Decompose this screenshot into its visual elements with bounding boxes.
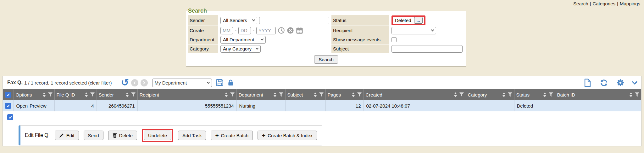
status-value: Deleted bbox=[395, 18, 411, 23]
previous-page-icon[interactable] bbox=[131, 79, 138, 86]
sort-icon bbox=[85, 92, 88, 97]
grid-toolbar: Fax Q, 1 / 1 record, 1 record selected (… bbox=[3, 76, 641, 89]
select-all-checkbox[interactable] bbox=[5, 92, 11, 98]
grid-title: Fax Q, bbox=[7, 80, 23, 85]
category-select[interactable]: Any Category bbox=[220, 45, 261, 53]
recipient-select[interactable] bbox=[391, 27, 436, 34]
undelete-button[interactable]: Undelete bbox=[144, 131, 171, 140]
edit-button[interactable]: Edit bbox=[55, 131, 79, 140]
cell-status: Deleted bbox=[514, 100, 555, 111]
create-day-input[interactable] bbox=[238, 27, 251, 34]
chevron-down-icon bbox=[256, 47, 259, 50]
plus-icon: + bbox=[215, 132, 219, 138]
sort-icon bbox=[225, 92, 228, 97]
cell-options: OpenPreview bbox=[14, 100, 54, 111]
cell-file-q-id: 4 bbox=[54, 100, 97, 111]
subject-label: Subject bbox=[331, 44, 389, 53]
chevron-down-icon bbox=[431, 28, 434, 32]
department-select[interactable]: All Department bbox=[220, 36, 266, 44]
pencil-icon bbox=[59, 133, 64, 138]
nav-separator: | bbox=[590, 1, 591, 6]
column-header-department[interactable]: Department bbox=[236, 89, 285, 100]
nav-link-mappings[interactable]: Mappings bbox=[620, 1, 640, 6]
next-page-icon[interactable] bbox=[141, 79, 148, 86]
nav-link-search[interactable]: Search bbox=[573, 1, 588, 6]
undo-icon[interactable]: ↺ bbox=[121, 79, 129, 87]
clear-filter-link[interactable]: clear filter bbox=[90, 80, 110, 85]
sort-icon bbox=[629, 92, 633, 97]
filter-icon bbox=[48, 92, 53, 97]
new-document-icon[interactable] bbox=[584, 79, 591, 87]
send-button[interactable]: Send bbox=[84, 131, 103, 140]
sender-input[interactable] bbox=[259, 17, 329, 24]
edit-file-q-panel: Edit File Q Edit Send Delete Undelete Ad… bbox=[19, 125, 322, 145]
status-browse-button[interactable]: ... bbox=[414, 17, 423, 24]
nav-link-categories[interactable]: Categories bbox=[593, 1, 616, 6]
create-month-input[interactable] bbox=[220, 27, 233, 34]
lock-icon[interactable] bbox=[227, 79, 234, 86]
column-header-options[interactable]: Options bbox=[14, 89, 54, 100]
table-row[interactable]: OpenPreview 4 2604596271 55555551234 Nur… bbox=[3, 100, 641, 111]
preview-link[interactable]: Preview bbox=[30, 103, 46, 109]
sort-icon bbox=[42, 92, 46, 97]
search-panel-legend: Search bbox=[188, 8, 209, 14]
search-button[interactable]: Search bbox=[314, 55, 338, 64]
chevron-down-icon bbox=[261, 38, 264, 41]
clear-date-icon[interactable] bbox=[287, 27, 294, 34]
refresh-icon[interactable] bbox=[600, 79, 608, 87]
column-header-recipient[interactable]: Recipient bbox=[137, 89, 236, 100]
cell-recipient: 55555551234 bbox=[137, 100, 236, 111]
column-header-status[interactable]: Status bbox=[514, 89, 555, 100]
row-checkbox[interactable] bbox=[5, 103, 11, 109]
sort-icon bbox=[454, 92, 457, 97]
clock-icon[interactable] bbox=[278, 27, 285, 34]
footer-select-checkbox[interactable] bbox=[7, 114, 13, 120]
sort-icon bbox=[273, 92, 277, 97]
column-header-batch-id[interactable]: Batch ID bbox=[555, 89, 641, 100]
open-link[interactable]: Open bbox=[16, 103, 28, 109]
calendar-icon[interactable] bbox=[296, 27, 303, 34]
trash-icon bbox=[113, 133, 117, 138]
chevron-down-icon bbox=[252, 18, 255, 21]
toolbar-divider bbox=[117, 78, 117, 87]
recipient-label: Recipient bbox=[331, 26, 389, 35]
fax-q-grid-panel: Fax Q, 1 / 1 record, 1 record selected (… bbox=[3, 76, 641, 146]
filter-icon bbox=[131, 92, 136, 97]
show-message-events-checkbox[interactable] bbox=[391, 37, 397, 42]
sort-icon bbox=[352, 92, 355, 97]
subject-input[interactable] bbox=[391, 45, 463, 53]
show-message-events-label: Show message events bbox=[331, 35, 389, 44]
delete-button[interactable]: Delete bbox=[108, 131, 137, 140]
cell-department: Nursing bbox=[236, 100, 285, 111]
record-summary: 1 / 1 record, 1 record selected ( bbox=[24, 80, 90, 85]
sender-select[interactable]: All Senders bbox=[220, 17, 257, 24]
filter-icon bbox=[319, 92, 324, 97]
column-header-category[interactable]: Category bbox=[466, 89, 514, 100]
department-filter-select[interactable]: My Department bbox=[152, 79, 212, 87]
gear-icon[interactable] bbox=[616, 79, 625, 87]
create-batch-index-button[interactable]: + Create Batch & Index bbox=[258, 131, 317, 140]
sort-icon bbox=[543, 92, 547, 97]
filter-icon bbox=[279, 92, 283, 97]
column-header-created[interactable]: Created bbox=[364, 89, 466, 100]
record-summary-close: ) bbox=[110, 80, 112, 85]
column-header-subject[interactable]: Subject bbox=[285, 89, 325, 100]
column-header-file-q-id[interactable]: File Q ID bbox=[54, 89, 97, 100]
filter-icon bbox=[508, 92, 512, 97]
date-separator: - bbox=[253, 28, 254, 33]
cell-batch-id bbox=[555, 100, 641, 111]
filter-icon bbox=[357, 92, 362, 97]
sort-icon bbox=[125, 92, 129, 97]
collapse-chevron-icon[interactable] bbox=[632, 79, 637, 85]
add-task-button[interactable]: Add Task bbox=[178, 131, 206, 140]
column-header-pages[interactable]: Pages bbox=[325, 89, 364, 100]
create-year-input[interactable] bbox=[256, 27, 276, 34]
create-batch-button[interactable]: + Create Batch bbox=[211, 131, 253, 140]
date-separator: - bbox=[235, 28, 236, 33]
column-header-sender[interactable]: Sender bbox=[97, 89, 137, 100]
cell-category bbox=[466, 100, 514, 111]
top-nav: Search|Categories|Mappings bbox=[573, 1, 640, 6]
sort-icon bbox=[502, 92, 506, 97]
department-label: Department bbox=[188, 35, 218, 44]
save-view-icon[interactable] bbox=[216, 79, 224, 87]
